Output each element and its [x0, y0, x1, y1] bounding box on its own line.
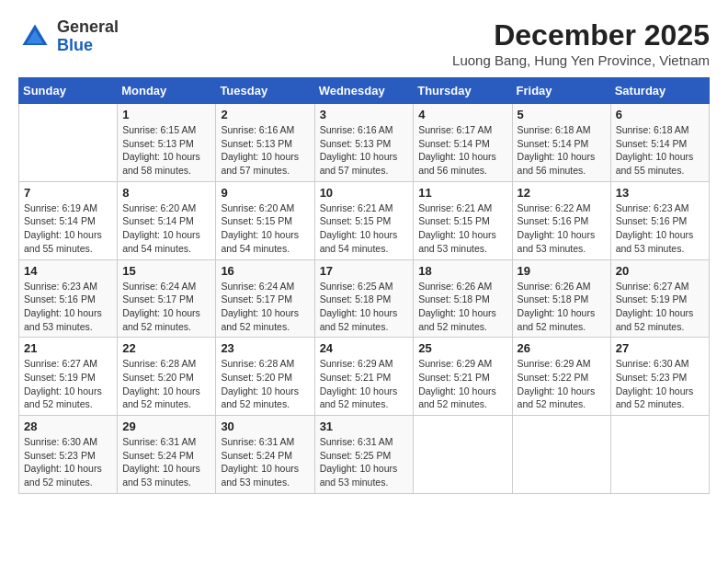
day-info: Sunrise: 6:22 AMSunset: 5:16 PMDaylight:… [518, 201, 606, 256]
day-info: Sunrise: 6:24 AMSunset: 5:17 PMDaylight:… [122, 280, 210, 334]
day-number: 22 [122, 341, 210, 355]
day-number: 19 [518, 264, 606, 278]
calendar-cell: 6Sunrise: 6:18 AMSunset: 5:14 PMDaylight… [610, 104, 709, 182]
day-number: 26 [518, 341, 606, 355]
day-info: Sunrise: 6:30 AMSunset: 5:23 PMDaylight:… [616, 357, 704, 411]
day-number: 29 [122, 419, 210, 433]
column-header-sunday: Sunday [19, 78, 118, 104]
day-number: 24 [320, 341, 409, 355]
calendar-cell: 26Sunrise: 6:29 AMSunset: 5:22 PMDayligh… [512, 338, 610, 416]
page-header: General Blue December 2025 Luong Bang, H… [18, 18, 710, 68]
day-number: 6 [616, 108, 704, 121]
day-info: Sunrise: 6:30 AMSunset: 5:23 PMDaylight:… [24, 435, 112, 489]
calendar-cell: 31Sunrise: 6:31 AMSunset: 5:25 PMDayligh… [314, 416, 414, 494]
calendar-cell: 23Sunrise: 6:28 AMSunset: 5:20 PMDayligh… [216, 338, 314, 416]
column-header-tuesday: Tuesday [216, 78, 314, 104]
calendar-cell: 3Sunrise: 6:16 AMSunset: 5:13 PMDaylight… [314, 104, 414, 182]
day-info: Sunrise: 6:23 AMSunset: 5:16 PMDaylight:… [616, 201, 704, 256]
calendar-cell: 19Sunrise: 6:26 AMSunset: 5:18 PMDayligh… [512, 259, 610, 338]
calendar-cell: 2Sunrise: 6:16 AMSunset: 5:13 PMDaylight… [216, 104, 314, 182]
calendar-cell: 25Sunrise: 6:29 AMSunset: 5:21 PMDayligh… [414, 338, 512, 416]
day-info: Sunrise: 6:24 AMSunset: 5:17 PMDaylight:… [221, 280, 309, 334]
day-number: 27 [616, 341, 704, 355]
calendar-cell: 28Sunrise: 6:30 AMSunset: 5:23 PMDayligh… [19, 416, 118, 494]
calendar-cell: 8Sunrise: 6:20 AMSunset: 5:14 PMDaylight… [118, 181, 216, 259]
location-title: Luong Bang, Hung Yen Province, Vietnam [452, 52, 710, 68]
day-number: 25 [418, 341, 506, 355]
calendar-cell: 12Sunrise: 6:22 AMSunset: 5:16 PMDayligh… [512, 181, 610, 259]
day-info: Sunrise: 6:26 AMSunset: 5:18 PMDaylight:… [518, 280, 606, 334]
day-info: Sunrise: 6:21 AMSunset: 5:15 PMDaylight:… [320, 201, 409, 256]
day-number: 7 [24, 186, 112, 200]
calendar-cell: 17Sunrise: 6:25 AMSunset: 5:18 PMDayligh… [314, 259, 414, 338]
day-info: Sunrise: 6:31 AMSunset: 5:25 PMDaylight:… [320, 435, 409, 489]
calendar-cell: 11Sunrise: 6:21 AMSunset: 5:15 PMDayligh… [414, 181, 512, 259]
calendar-table: SundayMondayTuesdayWednesdayThursdayFrid… [18, 77, 710, 494]
day-number: 2 [221, 108, 309, 121]
month-title: December 2025 [452, 18, 710, 52]
day-number: 31 [320, 419, 409, 433]
day-info: Sunrise: 6:15 AMSunset: 5:13 PMDaylight:… [122, 123, 210, 178]
calendar-cell: 9Sunrise: 6:20 AMSunset: 5:15 PMDaylight… [216, 181, 314, 259]
calendar-cell: 16Sunrise: 6:24 AMSunset: 5:17 PMDayligh… [216, 259, 314, 338]
calendar-week-4: 21Sunrise: 6:27 AMSunset: 5:19 PMDayligh… [19, 338, 710, 416]
day-info: Sunrise: 6:27 AMSunset: 5:19 PMDaylight:… [24, 357, 112, 411]
calendar-cell: 30Sunrise: 6:31 AMSunset: 5:24 PMDayligh… [216, 416, 314, 494]
day-number: 10 [320, 186, 409, 200]
day-info: Sunrise: 6:29 AMSunset: 5:21 PMDaylight:… [320, 357, 409, 411]
day-number: 14 [24, 264, 112, 278]
day-number: 16 [221, 264, 309, 278]
day-info: Sunrise: 6:16 AMSunset: 5:13 PMDaylight:… [320, 123, 409, 178]
column-header-wednesday: Wednesday [314, 78, 414, 104]
calendar-cell [414, 416, 512, 494]
day-info: Sunrise: 6:20 AMSunset: 5:15 PMDaylight:… [221, 201, 309, 256]
day-info: Sunrise: 6:21 AMSunset: 5:15 PMDaylight:… [418, 201, 506, 256]
logo: General Blue [18, 18, 119, 55]
calendar-cell: 29Sunrise: 6:31 AMSunset: 5:24 PMDayligh… [118, 416, 216, 494]
calendar-cell: 5Sunrise: 6:18 AMSunset: 5:14 PMDaylight… [512, 104, 610, 182]
day-number: 20 [616, 264, 704, 278]
day-info: Sunrise: 6:29 AMSunset: 5:21 PMDaylight:… [418, 357, 506, 411]
day-info: Sunrise: 6:31 AMSunset: 5:24 PMDaylight:… [122, 435, 210, 489]
calendar-cell: 10Sunrise: 6:21 AMSunset: 5:15 PMDayligh… [314, 181, 414, 259]
day-info: Sunrise: 6:16 AMSunset: 5:13 PMDaylight:… [221, 123, 309, 178]
column-header-saturday: Saturday [610, 78, 709, 104]
calendar-cell: 22Sunrise: 6:28 AMSunset: 5:20 PMDayligh… [118, 338, 216, 416]
column-header-thursday: Thursday [414, 78, 512, 104]
calendar-cell: 4Sunrise: 6:17 AMSunset: 5:14 PMDaylight… [414, 104, 512, 182]
day-info: Sunrise: 6:18 AMSunset: 5:14 PMDaylight:… [616, 123, 704, 178]
day-number: 8 [122, 186, 210, 200]
calendar-week-1: 1Sunrise: 6:15 AMSunset: 5:13 PMDaylight… [19, 104, 710, 182]
day-number: 4 [418, 108, 506, 121]
day-number: 12 [518, 186, 606, 200]
day-info: Sunrise: 6:25 AMSunset: 5:18 PMDaylight:… [320, 280, 409, 334]
title-section: December 2025 Luong Bang, Hung Yen Provi… [452, 18, 710, 68]
day-number: 13 [616, 186, 704, 200]
day-info: Sunrise: 6:17 AMSunset: 5:14 PMDaylight:… [418, 123, 506, 178]
day-number: 9 [221, 186, 309, 200]
calendar-cell [610, 416, 709, 494]
calendar-cell [512, 416, 610, 494]
day-number: 5 [518, 108, 606, 121]
calendar-cell: 24Sunrise: 6:29 AMSunset: 5:21 PMDayligh… [314, 338, 414, 416]
day-info: Sunrise: 6:18 AMSunset: 5:14 PMDaylight:… [518, 123, 606, 178]
calendar-cell: 21Sunrise: 6:27 AMSunset: 5:19 PMDayligh… [19, 338, 118, 416]
day-info: Sunrise: 6:28 AMSunset: 5:20 PMDaylight:… [221, 357, 309, 411]
calendar-cell: 13Sunrise: 6:23 AMSunset: 5:16 PMDayligh… [610, 181, 709, 259]
day-number: 18 [418, 264, 506, 278]
calendar-cell: 15Sunrise: 6:24 AMSunset: 5:17 PMDayligh… [118, 259, 216, 338]
logo-text: General Blue [57, 18, 119, 55]
calendar-week-2: 7Sunrise: 6:19 AMSunset: 5:14 PMDaylight… [19, 181, 710, 259]
day-number: 28 [24, 419, 112, 433]
calendar-cell: 1Sunrise: 6:15 AMSunset: 5:13 PMDaylight… [118, 104, 216, 182]
day-info: Sunrise: 6:29 AMSunset: 5:22 PMDaylight:… [518, 357, 606, 411]
day-info: Sunrise: 6:23 AMSunset: 5:16 PMDaylight:… [24, 280, 112, 334]
column-header-friday: Friday [512, 78, 610, 104]
calendar-cell [19, 104, 118, 182]
day-number: 21 [24, 341, 112, 355]
logo-icon [18, 20, 51, 53]
calendar-cell: 14Sunrise: 6:23 AMSunset: 5:16 PMDayligh… [19, 259, 118, 338]
calendar-week-3: 14Sunrise: 6:23 AMSunset: 5:16 PMDayligh… [19, 259, 710, 338]
day-number: 15 [122, 264, 210, 278]
day-number: 17 [320, 264, 409, 278]
